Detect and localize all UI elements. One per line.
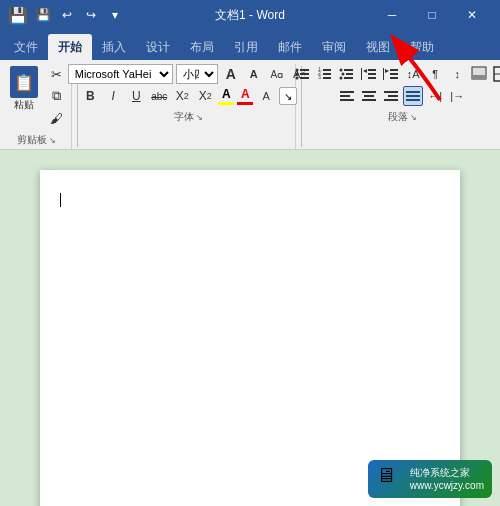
font-name-select[interactable]: Microsoft YaHei Mono (68, 64, 173, 84)
subscript-button[interactable]: X2 (172, 86, 192, 106)
shading-button[interactable] (469, 64, 489, 84)
tab-design[interactable]: 设计 (136, 34, 180, 60)
paste-button[interactable]: 📋 粘贴 (6, 64, 42, 131)
highlight-button[interactable]: A (218, 87, 234, 105)
svg-rect-38 (362, 99, 376, 101)
svg-rect-27 (390, 77, 398, 79)
svg-rect-39 (384, 91, 398, 93)
clipboard-group: 📋 粘贴 ✂ ⧉ 🖌 剪贴板 ↘ (2, 64, 72, 149)
superscript-button[interactable]: X2 (195, 86, 215, 106)
para-row-1: 1.2.3. ↕A ¶ ↕ (293, 64, 500, 84)
tab-file[interactable]: 文件 (4, 34, 48, 60)
format-painter-button[interactable]: 🖌 (46, 108, 68, 128)
svg-rect-35 (340, 99, 354, 101)
svg-rect-7 (323, 69, 331, 71)
font-color-button[interactable]: A (237, 87, 253, 105)
bold-button[interactable]: B (80, 86, 100, 106)
watermark-icon: 🖥 (376, 464, 406, 494)
line-spacing-button[interactable]: ↕ (447, 64, 467, 84)
clipboard-right-buttons: ✂ ⧉ 🖌 (46, 64, 68, 131)
font-expand-icon[interactable]: ↘ (196, 113, 203, 122)
svg-rect-11 (323, 77, 331, 79)
svg-point-12 (340, 69, 343, 72)
column-right-button[interactable]: |→ (447, 86, 467, 106)
svg-rect-25 (390, 69, 398, 71)
font-shrink-button[interactable]: A (244, 64, 264, 84)
document-page[interactable] (40, 170, 460, 506)
watermark-text: 纯净系统之家 www.ycwjzy.com (410, 466, 484, 492)
clipboard-buttons: 📋 粘贴 ✂ ⧉ 🖌 (6, 64, 68, 131)
font-row-1: Microsoft YaHei Mono 小四 A A Aɑ A✕ (68, 64, 310, 84)
svg-rect-9 (323, 73, 331, 75)
border-button[interactable] (491, 64, 500, 84)
svg-rect-26 (390, 73, 398, 75)
svg-point-2 (296, 73, 299, 76)
align-right-button[interactable] (381, 86, 401, 106)
title-bar: 💾 💾 ↩ ↪ ▾ 文档1 - Word ─ □ ✕ (0, 0, 500, 30)
change-case-button[interactable]: Aɑ (267, 64, 287, 84)
text-effects-button[interactable]: A (256, 86, 276, 106)
ribbon-tab-bar: 文件 开始 插入 设计 布局 引用 邮件 审阅 视图 帮助 (0, 30, 500, 60)
svg-rect-37 (364, 95, 374, 97)
paragraph-expand-icon[interactable]: ↘ (410, 113, 417, 122)
font-size-select[interactable]: 小四 (176, 64, 218, 84)
numbering-button[interactable]: 1.2.3. (315, 64, 335, 84)
tab-view[interactable]: 视图 (356, 34, 400, 60)
paste-label: 粘贴 (14, 98, 34, 112)
underline-button[interactable]: U (126, 86, 146, 106)
tab-help[interactable]: 帮助 (400, 34, 444, 60)
document-area[interactable] (0, 150, 500, 506)
font-group: Microsoft YaHei Mono 小四 A A Aɑ A✕ B I U … (83, 64, 296, 149)
align-center-button[interactable] (359, 86, 379, 106)
svg-rect-34 (340, 95, 350, 97)
undo-button[interactable]: ↩ (56, 4, 78, 26)
text-cursor (60, 193, 61, 207)
font-grow-button[interactable]: A (221, 64, 241, 84)
sort-button[interactable]: ↕A (403, 64, 423, 84)
multilevel-list-button[interactable] (337, 64, 357, 84)
redo-button[interactable]: ↪ (80, 4, 102, 26)
svg-rect-5 (300, 77, 309, 79)
save-button[interactable]: 💾 (32, 4, 54, 26)
paste-icon: 📋 (10, 66, 38, 98)
bullets-button[interactable] (293, 64, 313, 84)
title-bar-left: 💾 💾 ↩ ↪ ▾ (8, 4, 126, 26)
clipboard-expand-icon[interactable]: ↘ (49, 136, 56, 145)
window-controls: ─ □ ✕ (372, 0, 492, 30)
tab-mailings[interactable]: 邮件 (268, 34, 312, 60)
font-group-label: 字体 ↘ (87, 108, 291, 126)
tab-home[interactable]: 开始 (48, 34, 92, 60)
customize-quick-access-button[interactable]: ▾ (104, 4, 126, 26)
strikethrough-button[interactable]: abc (149, 86, 169, 106)
ribbon: 📋 粘贴 ✂ ⧉ 🖌 剪贴板 ↘ Microsoft YaHei Mono (0, 60, 500, 150)
cut-button[interactable]: ✂ (46, 64, 68, 84)
close-button[interactable]: ✕ (452, 0, 492, 30)
copy-button[interactable]: ⧉ (46, 86, 68, 106)
italic-button[interactable]: I (103, 86, 123, 106)
svg-rect-42 (406, 91, 420, 93)
ribbon-content: 📋 粘贴 ✂ ⧉ 🖌 剪贴板 ↘ Microsoft YaHei Mono (0, 60, 500, 149)
quick-access-toolbar: 💾 ↩ ↪ ▾ (32, 4, 126, 26)
maximize-button[interactable]: □ (412, 0, 452, 30)
tab-layout[interactable]: 布局 (180, 34, 224, 60)
tab-review[interactable]: 审阅 (312, 34, 356, 60)
svg-rect-17 (344, 77, 353, 79)
para-row-2: ←| |→ (337, 86, 467, 106)
svg-rect-33 (340, 91, 354, 93)
tab-insert[interactable]: 插入 (92, 34, 136, 60)
column-left-button[interactable]: ←| (425, 86, 445, 106)
svg-rect-20 (368, 69, 376, 71)
tab-references[interactable]: 引用 (224, 34, 268, 60)
svg-point-4 (296, 77, 299, 80)
align-left-button[interactable] (337, 86, 357, 106)
show-formatting-button[interactable]: ¶ (425, 64, 445, 84)
increase-indent-button[interactable] (381, 64, 401, 84)
decrease-indent-button[interactable] (359, 64, 379, 84)
justify-button[interactable] (403, 86, 423, 106)
font-expand-button[interactable]: ↘ (279, 87, 297, 105)
svg-rect-21 (368, 73, 376, 75)
svg-rect-13 (344, 69, 353, 71)
svg-marker-23 (385, 69, 389, 73)
minimize-button[interactable]: ─ (372, 0, 412, 30)
svg-rect-36 (362, 91, 376, 93)
